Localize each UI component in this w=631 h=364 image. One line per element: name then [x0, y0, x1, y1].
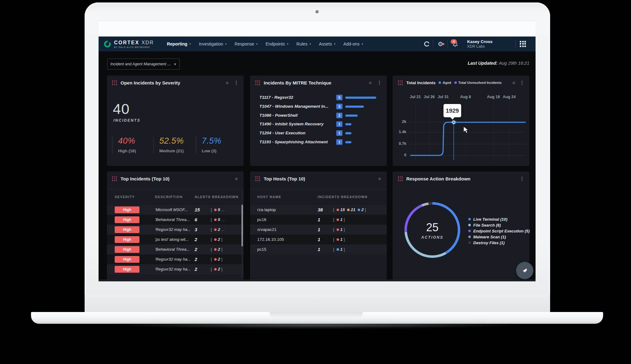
kebab-menu-icon[interactable]: ⋮: [377, 80, 382, 85]
nav-right: ⚙ 4 Kasey Cross XDR Labs: [421, 39, 536, 49]
top-navbar: CORTEX XDR BY PALO ALTO NETWORKS Reporti…: [99, 37, 536, 51]
widget-icon: [112, 80, 117, 85]
table-row[interactable]: pc16 1 [1 ]: [250, 215, 387, 225]
donut-center-label: ACTIONS: [404, 235, 460, 240]
gear-alert-dot: [442, 43, 444, 45]
widget-icon: [255, 80, 260, 85]
table-row[interactable]: High 'Microsoft MSOF... 15 [5 ...: [107, 205, 244, 215]
separator: [515, 40, 516, 48]
chevron-down-icon: ▼: [286, 43, 289, 46]
menu-response[interactable]: Response▼: [235, 41, 258, 46]
menu-addons[interactable]: Add-ons▼: [343, 41, 364, 46]
mitre-row[interactable]: T1193 - Spearphishing Attachment 1: [250, 139, 387, 146]
menu-endpoints[interactable]: Endpoints▼: [266, 41, 289, 46]
stage: CORTEX XDR BY PALO ALTO NETWORKS Reporti…: [0, 0, 631, 364]
col-header: SEVERITY: [115, 195, 135, 199]
mitre-row[interactable]: T1086 - PowerShell 2: [250, 113, 387, 119]
table-row[interactable]: High 'Behavioral Threa... 2 [2 ]: [107, 245, 244, 254]
kebab-menu-icon[interactable]: ⋮: [520, 176, 524, 181]
chevron-down-icon: ▼: [189, 43, 192, 46]
menu-reporting[interactable]: Reporting▼: [167, 41, 191, 46]
bar: [345, 97, 376, 99]
dashboard: Incident and Agent Management ... ▼ Last…: [99, 51, 536, 281]
apps-grid-icon[interactable]: [516, 41, 529, 47]
laptop-hinge: [85, 294, 550, 312]
screen: CORTEX XDR BY PALO ALTO NETWORKS Reporti…: [99, 21, 536, 281]
scrollbar-track[interactable]: [241, 189, 243, 278]
bar: [345, 141, 351, 143]
panel-mitre: Incidents By MITRE Technique ★ ⋮ T1117 -…: [250, 76, 387, 166]
cortex-logo-icon: [104, 40, 111, 48]
user-menu[interactable]: Kasey Cross XDR Labs: [467, 39, 492, 49]
star-icon[interactable]: ★: [225, 80, 229, 86]
stat-high: 40% High (16): [112, 136, 136, 154]
incident-total: 40: [113, 100, 130, 117]
mitre-row[interactable]: T1047 - Windows Management In... 3: [250, 104, 387, 110]
panel-top-hosts: Top Hosts (Top 10) ★ HOST NAME INCIDENTS…: [250, 171, 387, 280]
kebab-menu-icon[interactable]: ⋮: [234, 80, 239, 85]
donut-center-value: 25: [404, 221, 460, 234]
scrollbar-thumb[interactable]: [241, 205, 243, 246]
table-row[interactable]: High 'Regsvr32 may ha... 3 [2 ...: [107, 225, 244, 235]
bar: [345, 115, 358, 117]
table-row[interactable]: srvapac21 1 [1 ]: [250, 225, 387, 235]
gear-icon[interactable]: ⚙: [433, 40, 448, 48]
user-org: XDR Labs: [467, 44, 492, 49]
bar: [345, 123, 351, 125]
chevron-down-icon: ▼: [309, 43, 311, 46]
help-icon[interactable]: [421, 41, 433, 47]
legend-item[interactable]: Endpoint Script Execution (5): [468, 228, 529, 233]
table-row[interactable]: pc15 1 [1 ]: [250, 245, 387, 254]
brand-tagline: BY PALO ALTO NETWORKS: [114, 46, 154, 48]
table-row[interactable]: rza-laptop 38 [15212 ]: [250, 205, 387, 215]
last-updated: Last Updated: Aug 29th 16:21: [468, 61, 529, 66]
mitre-row[interactable]: T1204 - User Execution 1: [250, 130, 387, 137]
widget-icon: [398, 176, 403, 181]
star-icon[interactable]: ★: [234, 176, 239, 182]
col-header: ALERTS BREAKDOWN: [195, 195, 239, 199]
legend-item[interactable]: Destroy Files (1): [468, 240, 529, 245]
panel-open-incidents: Open Incidents by Severity ★ ⋮ 40 INCIDE…: [107, 76, 244, 166]
panel-top-incidents: Top Incidents (Top 10) ★ SEVERITY DESCRI…: [107, 171, 244, 280]
brand-logo[interactable]: CORTEX XDR BY PALO ALTO NETWORKS: [104, 40, 154, 48]
star-icon[interactable]: ★: [368, 80, 373, 86]
horizontal-scrollbar[interactable]: [99, 280, 536, 281]
chevron-down-icon: ▼: [174, 63, 177, 66]
mitre-row[interactable]: T1490 - Inhibit System Recovery 1: [250, 121, 387, 128]
send-icon: [521, 266, 529, 275]
table-row[interactable]: 172.16.10.105 1 [1 ]: [250, 235, 387, 245]
table-row[interactable]: High 'Regsvr32 may ha... 2 [2 ]: [107, 264, 244, 274]
chevron-down-icon: ▼: [333, 43, 336, 46]
star-icon[interactable]: ★: [377, 176, 382, 182]
feedback-fab[interactable]: [516, 262, 533, 279]
bar: [345, 132, 351, 134]
user-name: Kasey Cross: [467, 39, 492, 44]
panel-total-incidents: Total Incidents Aged Total Unresolved In…: [393, 76, 529, 166]
table-row[interactable]: High 'ps test' along wit... 2 [2 ]: [107, 235, 244, 245]
widget-icon: [112, 176, 117, 181]
laptop-notch: [270, 312, 363, 318]
chart-tooltip: 1929: [443, 104, 461, 117]
brand-product: XDR: [142, 40, 154, 46]
legend-item[interactable]: Malware Scan (1): [468, 234, 529, 239]
dashboard-selector[interactable]: Incident and Agent Management ... ▼: [107, 58, 180, 70]
bell-icon[interactable]: 4: [448, 41, 463, 47]
panel-response-actions: Response Action Breakdown ⋮ 25 ACTIONS L…: [393, 171, 529, 280]
panel-title: Open Incidents by Severity: [121, 80, 180, 85]
legend-item[interactable]: File Search (8): [468, 223, 529, 228]
stat-low: 7.5% Low (3): [196, 136, 222, 154]
col-header: INCIDENTS BREAKDOWN: [318, 195, 368, 199]
webcam: [316, 10, 319, 13]
mitre-row[interactable]: T1117 - Regsvr32 5: [250, 95, 387, 102]
table-row[interactable]: High 'Behavioral Threa... 6 [5 ...: [107, 215, 244, 225]
line-chart: [393, 76, 529, 166]
table-row[interactable]: High 'Regsvr32 may ha... 2 [2 ]: [107, 254, 244, 264]
bar: [345, 106, 364, 108]
col-header: HOST NAME: [257, 195, 281, 199]
menu-rules[interactable]: Rules▼: [296, 41, 311, 46]
legend-item[interactable]: Live Terminal (10): [468, 217, 529, 222]
menu-investigation[interactable]: Investigation▼: [199, 41, 227, 46]
incident-total-label: INCIDENTS: [113, 118, 140, 123]
menu-assets[interactable]: Assets▼: [319, 41, 336, 46]
chevron-down-icon: ▼: [256, 43, 258, 46]
